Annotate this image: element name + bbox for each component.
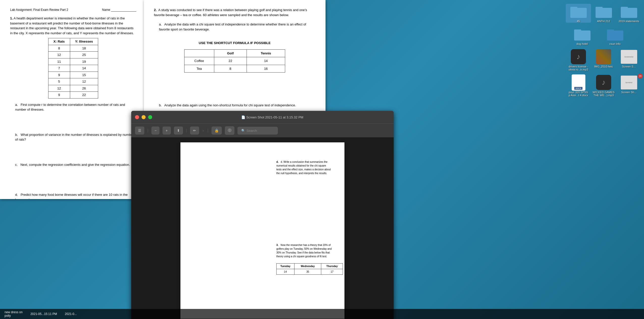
share-button[interactable]: ⬆ xyxy=(174,126,183,135)
svg-rect-9 xyxy=(607,29,614,33)
close-button[interactable] xyxy=(135,115,139,119)
svg-rect-7 xyxy=(574,29,581,33)
icon-label-csun-info: csun info xyxy=(609,42,621,45)
desktop-icon-psyc320-docx[interactable]: DOCX psyc 320 SPSSp Assi...t 4.docx xyxy=(566,75,591,97)
markup-button[interactable]: ✏ xyxy=(190,126,199,135)
svg-rect-1 xyxy=(570,7,577,10)
q1-part-a: a. First compute r to determine the corr… xyxy=(15,102,136,112)
desktop-icon-dog-hotel[interactable]: dog hotel xyxy=(568,26,596,45)
svg-rect-5 xyxy=(621,7,628,10)
taskbar-item-new-dress[interactable]: new dress onpolly xyxy=(3,309,24,318)
q2-text: 2. A study was conducted to see if there… xyxy=(154,8,315,17)
icon-label-anth212: ANTH 212 xyxy=(597,20,610,23)
desktop-icon-screenshot-2[interactable]: Scrnshot 20 Screen Sh... xyxy=(616,75,641,97)
desktop-icon-csun-info[interactable]: csun info xyxy=(601,26,629,45)
preview-toolbar: ☰ | − + ⬆ | ✏ ∨ | 🔒 ⓪ 🔍 Search xyxy=(131,123,394,137)
minimize-button[interactable] xyxy=(142,115,146,119)
question-1: 1. A health department worker is interes… xyxy=(10,16,136,99)
q1-text: 1. A health department worker is interes… xyxy=(10,16,136,36)
stamp-button[interactable]: 🔒 xyxy=(211,126,222,135)
q2-part-d: d. d. Write a conclusion that summarizes… xyxy=(276,160,332,175)
q3-table: Tuesday Wednesday Thursday 14 35 17 xyxy=(276,263,343,275)
q2-part-b: b. Analyze the data again using the non-… xyxy=(159,103,315,108)
badge-20: 20 xyxy=(638,74,643,79)
preview-titlebar: 📄 Screen Shot 2021-05-11 at 3.15.32 PM xyxy=(131,111,394,123)
icon-label-wicked-games: WICKED GAMESTHE WE...).mp3 xyxy=(593,91,615,97)
zoom-in-button[interactable]: + xyxy=(163,126,171,135)
desktop-icon-2019-statements[interactable]: 2019 statements xyxy=(616,4,641,23)
icon-label-2019-statements: 2019 statements xyxy=(619,20,639,23)
taskbar-item-2021-1[interactable]: 2021-05...15:11 PM xyxy=(28,311,59,317)
pdf-title: Lab Assignment: Final Exam Review Part 2 xyxy=(10,8,68,12)
q1-part-d: d. Predict how many food borne illnesses… xyxy=(15,192,136,199)
icon-label-screen-s: Screen S... xyxy=(622,65,636,68)
taskbar: new dress onpolly 2021-05...15:11 PM 202… xyxy=(0,309,644,319)
svg-rect-3 xyxy=(596,7,603,10)
zoom-out-button[interactable]: − xyxy=(151,126,159,135)
icon-label-img-2510: IMG_2510.heic xyxy=(594,65,613,68)
icon-label-psyc320: psyc 320 SPSSp Assi...t 4.docx xyxy=(569,91,588,97)
sign-button[interactable]: ⓪ xyxy=(225,126,234,135)
pdf-name-label: Name _______________ xyxy=(102,8,136,12)
q2-part-a: a. Analyze the data with a chi square te… xyxy=(159,22,315,32)
desktop-icon-img-2510[interactable]: IMG_2510.heic xyxy=(591,49,616,71)
q1-part-c: c. Next, compute the regression coeffici… xyxy=(15,162,136,167)
formula-note: USE THE SHORTCUT FORMULA IF POSSIBLE xyxy=(154,41,315,46)
q2-table: Golf Tennis Coffee 22 14 Tea 8 16 xyxy=(184,49,285,73)
preview-window: 📄 Screen Shot 2021-05-11 at 3.15.32 PM ☰… xyxy=(131,111,394,319)
col-illnesses: Y: Illnesses xyxy=(70,38,98,45)
icon-label-dog-hotel: dog hotel xyxy=(576,42,588,45)
desktop: Lab Assignment: Final Exam Review Part 2… xyxy=(0,0,644,319)
sidebar-toggle-button[interactable]: ☰ xyxy=(135,126,144,135)
preview-title: 📄 Screen Shot 2021-05-11 at 3.15.32 PM xyxy=(155,115,390,119)
search-box[interactable]: 🔍 Search xyxy=(237,127,278,135)
desktop-icon-anth212[interactable]: ANTH 212 xyxy=(591,4,616,23)
desktop-icons-area: 45 ANTH 212 2019 stateme xyxy=(563,0,644,103)
icon-label-drivers-license: drivers license -olivia ro...k.mp3 xyxy=(569,65,588,71)
icon-label-45: 45 xyxy=(577,20,580,23)
preview-content[interactable]: d. d. Write a conclusion that summarizes… xyxy=(131,137,394,319)
search-placeholder: Search xyxy=(247,129,257,133)
taskbar-item-2021-2[interactable]: 2021-0... xyxy=(63,311,79,317)
desktop-icon-45[interactable]: 45 xyxy=(566,4,591,23)
preview-page: d. d. Write a conclusion that summarizes… xyxy=(180,142,344,319)
search-icon: 🔍 xyxy=(241,129,245,133)
desktop-icon-drivers-license-mp3[interactable]: ♪ drivers license -olivia ro...k.mp3 xyxy=(566,49,591,71)
col-rats: X: Rats xyxy=(48,38,70,45)
icon-label-screen-sh: Screen Sh... xyxy=(621,91,637,94)
maximize-button[interactable] xyxy=(148,115,152,119)
q2-number: 2. xyxy=(154,8,157,12)
q1-part-b: b. What proportion of variance in the nu… xyxy=(15,132,136,142)
desktop-icon-screenshot-1[interactable]: Screenshot Screen S... xyxy=(616,49,641,71)
pdf-window-left: Lab Assignment: Final Exam Review Part 2… xyxy=(0,0,146,199)
question-3: 3. Now the researcher has a theory that … xyxy=(276,243,332,275)
q1-number: 1. xyxy=(10,16,13,20)
q1-table: X: Rats Y: Illnesses 818 1225 1119 714 9… xyxy=(48,38,98,99)
desktop-icon-wicked-games-mp3[interactable]: ♪ WICKED GAMESTHE WE...).mp3 xyxy=(591,75,616,97)
